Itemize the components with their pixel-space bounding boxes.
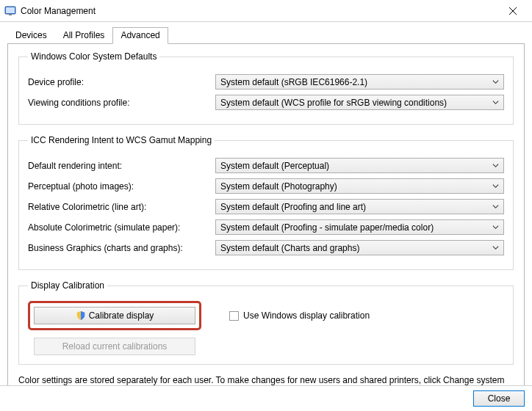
group-wcs-defaults-legend: Windows Color System Defaults <box>28 51 159 62</box>
perceptual-combo[interactable]: System default (Photography) <box>215 178 504 194</box>
viewing-conditions-value: System default (WCS profile for sRGB vie… <box>220 98 490 108</box>
window-title: Color Management <box>21 6 498 16</box>
close-icon <box>509 7 517 15</box>
chevron-down-icon <box>490 162 500 169</box>
chevron-down-icon <box>490 183 500 189</box>
business-value: System default (Charts and graphs) <box>220 243 490 253</box>
tab-all-profiles[interactable]: All Profiles <box>55 27 113 44</box>
device-profile-label: Device profile: <box>28 77 215 87</box>
chevron-down-icon <box>490 224 500 230</box>
viewing-conditions-combo[interactable]: System default (WCS profile for sRGB vie… <box>215 95 504 110</box>
relative-value: System default (Proofing and line art) <box>220 202 490 212</box>
device-profile-value: System default (sRGB IEC61966-2.1) <box>220 77 490 87</box>
svg-rect-2 <box>9 14 12 15</box>
group-display-calibration: Display Calibration Calibrate display Us… <box>18 280 514 365</box>
svg-rect-1 <box>6 7 15 13</box>
default-intent-value: System default (Perceptual) <box>220 161 490 171</box>
perceptual-value: System default (Photography) <box>220 181 490 192</box>
reload-calibrations-button: Reload current calibrations <box>34 338 195 355</box>
absolute-combo[interactable]: System default (Proofing - simulate pape… <box>215 219 504 235</box>
chevron-down-icon <box>490 79 500 85</box>
tab-devices[interactable]: Devices <box>7 27 55 44</box>
close-button[interactable] <box>498 1 528 21</box>
chevron-down-icon <box>490 203 500 210</box>
calibrate-highlight: Calibrate display <box>28 301 201 330</box>
group-rendering-intent: ICC Rendering Intent to WCS Gamut Mappin… <box>18 135 514 270</box>
relative-label: Relative Colorimetric (line art): <box>28 202 215 212</box>
tab-advanced[interactable]: Advanced <box>112 27 168 44</box>
calibrate-display-button[interactable]: Calibrate display <box>34 307 195 324</box>
perceptual-label: Perceptual (photo images): <box>28 181 215 192</box>
dialog-button-bar: Close <box>0 385 532 411</box>
relative-combo[interactable]: System default (Proofing and line art) <box>215 199 504 214</box>
absolute-label: Absolute Colorimetric (simulate paper): <box>28 222 215 233</box>
tab-strip: Devices All Profiles Advanced <box>7 27 525 44</box>
absolute-value: System default (Proofing - simulate pape… <box>220 222 490 233</box>
checkbox-box <box>229 311 239 321</box>
content-area: Devices All Profiles Advanced Windows Co… <box>0 22 532 411</box>
calibrate-display-label: Calibrate display <box>89 310 154 321</box>
close-dialog-label: Close <box>488 393 511 404</box>
default-intent-label: Default rendering intent: <box>28 161 215 171</box>
use-windows-calibration-checkbox[interactable]: Use Windows display calibration <box>229 310 370 321</box>
device-profile-combo[interactable]: System default (sRGB IEC61966-2.1) <box>215 74 504 90</box>
title-bar: Color Management <box>0 0 532 22</box>
shield-icon <box>76 310 86 321</box>
business-label: Business Graphics (charts and graphs): <box>28 243 215 253</box>
business-combo[interactable]: System default (Charts and graphs) <box>215 240 504 255</box>
chevron-down-icon <box>490 244 500 251</box>
app-icon <box>4 5 16 17</box>
default-intent-combo[interactable]: System default (Perceptual) <box>215 158 504 173</box>
use-windows-calibration-label: Use Windows display calibration <box>243 310 370 321</box>
reload-calibrations-label: Reload current calibrations <box>62 341 168 352</box>
group-rendering-intent-legend: ICC Rendering Intent to WCS Gamut Mappin… <box>28 135 215 145</box>
tab-panel-advanced: Windows Color System Defaults Device pro… <box>7 43 525 411</box>
chevron-down-icon <box>490 99 500 106</box>
viewing-conditions-label: Viewing conditions profile: <box>28 98 215 108</box>
group-display-calibration-legend: Display Calibration <box>28 280 107 291</box>
close-dialog-button[interactable]: Close <box>473 390 525 407</box>
group-wcs-defaults: Windows Color System Defaults Device pro… <box>18 51 514 125</box>
